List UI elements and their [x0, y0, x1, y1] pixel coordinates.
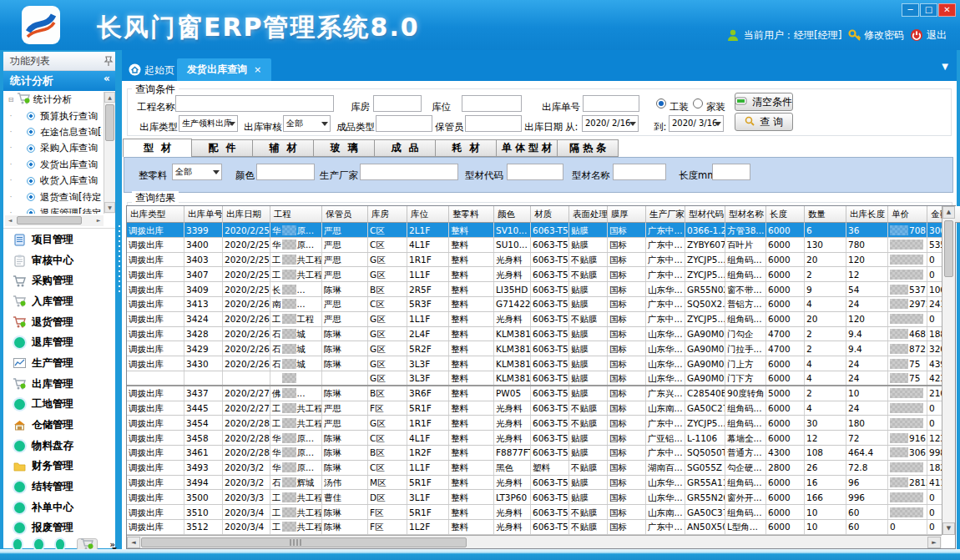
- column-header-type[interactable]: 出库类型: [127, 206, 184, 223]
- column-header-out_length[interactable]: 出库长度: [846, 206, 888, 223]
- logout-link[interactable]: 退出: [927, 27, 947, 43]
- table-row[interactable]: 调拨出库34932020/3/2华原...陈琳C区1L1F整料黑色塑料不贴膜国标…: [127, 461, 942, 476]
- material-tab-玻璃[interactable]: 玻璃: [314, 139, 375, 157]
- sidebar-item-退货管理[interactable]: 退货管理: [3, 312, 115, 333]
- tree-item[interactable]: ·发货出库查询: [5, 157, 102, 173]
- date-from-combo[interactable]: 2020/ 2/16: [582, 115, 639, 132]
- column-header-keeper[interactable]: 保管员: [322, 206, 368, 223]
- maximize-icon[interactable]: □: [920, 3, 937, 17]
- table-row[interactable]: 调拨出库34372020/2/27佛...陈琳B区3R6F整料PW056063-…: [127, 386, 942, 401]
- sidebar-item-工地管理[interactable]: 工地管理: [3, 395, 115, 416]
- tab-close-icon[interactable]: ×: [254, 64, 261, 75]
- table-row[interactable]: 调拨出库34282020/2/26石城陈琳G区2L4F整料KLM38176063…: [127, 327, 942, 342]
- table-row[interactable]: 调拨出库35102020/3/4工共工程陈琳F区5R1F整料光身料6063-T5…: [127, 505, 942, 520]
- sidebar-item-出库管理[interactable]: 出库管理: [3, 374, 115, 395]
- sidebar-item-采购管理[interactable]: 采购管理: [3, 270, 115, 291]
- column-header-qty[interactable]: 数量: [805, 206, 846, 223]
- sidebar-item-物料盘存[interactable]: 物料盘存: [3, 436, 115, 457]
- keeper-input[interactable]: [465, 115, 522, 132]
- tree-root-item[interactable]: ⊟统计分析: [5, 92, 102, 108]
- column-header-name[interactable]: 型材名称: [725, 206, 766, 223]
- whole-combo[interactable]: 全部: [172, 164, 222, 180]
- radio-gongzhuang[interactable]: [656, 98, 666, 108]
- length-input[interactable]: [712, 164, 750, 180]
- pin-icon[interactable]: [104, 54, 114, 70]
- column-header-factory[interactable]: 生产厂家: [646, 206, 685, 223]
- search-button[interactable]: 查 询: [735, 113, 793, 131]
- tab-active[interactable]: 发货出库查询 ×: [177, 58, 271, 81]
- tree-item[interactable]: ·采购入库查询: [5, 140, 102, 156]
- sidebar-item-入库管理[interactable]: 入库管理: [3, 291, 115, 312]
- outbound-type-combo[interactable]: 生产领料出库: [179, 115, 238, 132]
- sidebar-item-生产管理[interactable]: 生产管理: [3, 353, 115, 374]
- radio-jiazhuang[interactable]: [693, 98, 703, 108]
- column-header-date[interactable]: 出库日期: [223, 206, 270, 223]
- table-row[interactable]: 调拨出库33992020/2/25华原...严思C区2L1F整料SV10...6…: [127, 223, 942, 238]
- name-input[interactable]: [613, 164, 666, 180]
- table-row[interactable]: 调拨出库35122020/3/4工共工程陈琳F区1L2F整料光身料6063-T5…: [127, 520, 942, 535]
- table-row[interactable]: 调拨出库34002020/2/25华原...严思C区4L1F整料SU10...6…: [127, 238, 942, 253]
- table-row[interactable]: G区3L3F整料KLM38176063-T5贴膜国标山东华...GA90M09.…: [127, 371, 942, 386]
- column-header-surface[interactable]: 表面处理: [569, 206, 608, 223]
- sidebar-item-财务管理[interactable]: 财务管理: [3, 457, 115, 477]
- tree-item[interactable]: ·收货入库查询: [5, 173, 102, 189]
- color-input[interactable]: [256, 164, 315, 180]
- material-tab-型材[interactable]: 型材: [123, 139, 192, 157]
- table-row[interactable]: 调拨出库35002020/3/3工共工程曹佳D区3L1F整料LT3P606063…: [127, 490, 942, 505]
- table-row[interactable]: 调拨出库34582020/2/28华原...陈琳C区4L1F整料光身料6063-…: [127, 431, 942, 446]
- factory-input[interactable]: [360, 164, 458, 180]
- sidebar-item-仓储管理[interactable]: 仓储管理: [3, 415, 115, 436]
- column-header-material[interactable]: 材质: [531, 206, 569, 223]
- table-row[interactable]: 调拨出库34542020/2/28工共工程严思G区1R1F整料光身料6063-T…: [127, 416, 942, 431]
- green-dot-icon[interactable]: [13, 539, 22, 550]
- sidebar-item-补单中心[interactable]: 补单中心: [3, 497, 115, 518]
- sidebar-item-项目管理[interactable]: 项目管理: [3, 230, 115, 250]
- tree-item[interactable]: ·退货查询[待定]: [5, 189, 102, 204]
- sidebar-item-报废管理[interactable]: 报废管理: [3, 518, 115, 539]
- green-dot-icon[interactable]: [56, 539, 64, 550]
- table-row[interactable]: 调拨出库34612020/2/28华原...陈琳B区1R2F整料F8877FT6…: [127, 446, 942, 461]
- sidebar-item-退库管理[interactable]: 退库管理: [3, 332, 115, 353]
- sidebar-item-结转管理[interactable]: 结转管理: [3, 477, 115, 497]
- overflow-chevron-icon[interactable]: »: [110, 540, 115, 549]
- tree-horizontal-scrollbar[interactable]: ◄ ►: [5, 215, 104, 226]
- column-header-no[interactable]: 出库单号: [184, 206, 223, 223]
- material-tab-辅材[interactable]: 辅材: [253, 139, 314, 157]
- column-header-loc[interactable]: 库位: [407, 206, 449, 223]
- clear-conditions-button[interactable]: 清空条件: [735, 93, 793, 111]
- tree-item[interactable]: ·在途信息查询[待: [5, 124, 102, 140]
- project-name-input[interactable]: [175, 95, 334, 112]
- column-header-film[interactable]: 膜厚: [608, 206, 646, 223]
- collapse-icon[interactable]: «: [104, 73, 110, 84]
- tabstrip-dropdown-icon[interactable]: ▼: [942, 62, 948, 71]
- table-row[interactable]: 调拨出库34302020/2/26石城陈琳G区3L3F整料KLM38176063…: [127, 356, 942, 371]
- grid-vertical-scrollbar[interactable]: ▲ ▼: [942, 206, 955, 535]
- material-tab-成品[interactable]: 成品: [375, 139, 436, 157]
- tree-vertical-scrollbar[interactable]: ▲ ▼: [104, 92, 115, 214]
- loc-input[interactable]: [462, 95, 522, 112]
- room-input[interactable]: [373, 95, 422, 112]
- material-tab-配件[interactable]: 配件: [192, 139, 253, 157]
- column-header-project[interactable]: 工程: [270, 206, 322, 223]
- material-tab-单体型材[interactable]: 单体型材: [497, 139, 558, 157]
- column-header-color[interactable]: 颜色: [494, 206, 531, 223]
- tab-home[interactable]: 起始页: [129, 60, 174, 81]
- table-row[interactable]: 调拨出库34072020/2/25工共工程严思G区1L1F整料光身料6063-T…: [127, 267, 942, 282]
- material-tab-隔热条[interactable]: 隔热条: [558, 139, 619, 157]
- tree-item[interactable]: ·退库管理[待定]: [5, 205, 102, 214]
- sidebar-section-header[interactable]: 统计分析: [3, 71, 115, 91]
- column-header-price[interactable]: 单价: [888, 206, 927, 223]
- date-to-combo[interactable]: 2020/ 3/16: [669, 115, 724, 132]
- table-row[interactable]: 调拨出库34092020/2/25长...陈琳B区2R5F整料LI35HD606…: [127, 282, 942, 297]
- tree-item[interactable]: ·预算执行查询: [5, 108, 102, 124]
- orderno-input[interactable]: [583, 95, 639, 112]
- column-header-room[interactable]: 库房: [368, 206, 407, 223]
- change-password-link[interactable]: 修改密码: [864, 27, 904, 43]
- table-row[interactable]: 调拨出库34292020/2/26石城陈琳G区5R2F整料KLM38176063…: [127, 341, 942, 356]
- green-dot-icon[interactable]: [34, 539, 43, 550]
- table-row[interactable]: 调拨出库34942020/3/2石辉城汤伟M区5R1F整料光身料6063-T5贴…: [127, 476, 942, 491]
- table-row[interactable]: 调拨出库34032020/2/25工共工程严思G区1R1F整料光身料6063-T…: [127, 253, 942, 268]
- audit-combo[interactable]: 全部: [283, 115, 331, 132]
- column-header-code[interactable]: 型材代码: [685, 206, 725, 223]
- minimize-icon[interactable]: ─: [902, 3, 919, 17]
